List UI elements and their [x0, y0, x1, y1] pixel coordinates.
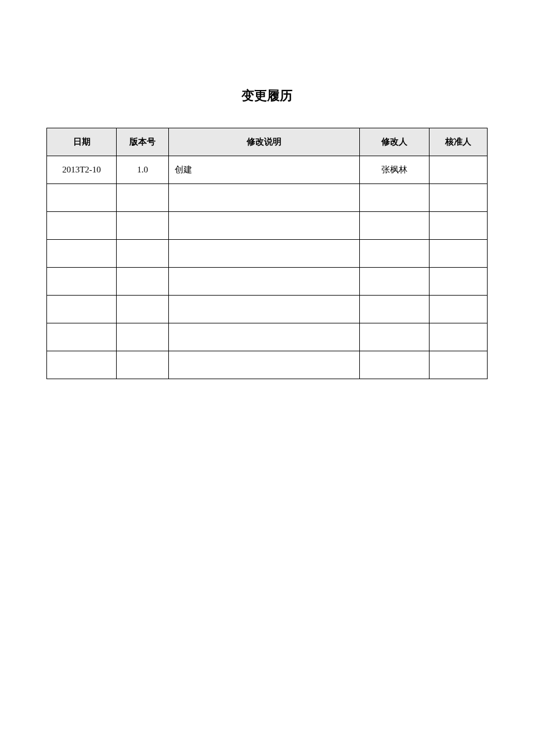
cell-approver — [430, 268, 488, 296]
header-date: 日期 — [47, 128, 117, 156]
cell-date — [47, 323, 117, 351]
cell-approver — [430, 351, 488, 379]
cell-modifier — [360, 240, 430, 268]
header-version: 版本号 — [117, 128, 169, 156]
header-modifier: 修改人 — [360, 128, 430, 156]
page-title: 变更履历 — [46, 87, 488, 105]
cell-date — [47, 296, 117, 323]
cell-date: 2013T2-10 — [47, 156, 117, 184]
cell-modifier — [360, 351, 430, 379]
cell-approver — [430, 212, 488, 240]
cell-date — [47, 212, 117, 240]
cell-version — [117, 296, 169, 323]
cell-description — [169, 212, 360, 240]
table-row — [47, 323, 488, 351]
cell-description — [169, 268, 360, 296]
cell-description — [169, 351, 360, 379]
cell-description — [169, 296, 360, 323]
cell-approver — [430, 296, 488, 323]
cell-version — [117, 184, 169, 212]
change-history-table: 日期 版本号 修改说明 修改人 核准人 2013T2-10 1.0 创建 张枫林 — [46, 128, 488, 379]
cell-date — [47, 240, 117, 268]
table-row — [47, 240, 488, 268]
table-row — [47, 268, 488, 296]
cell-version — [117, 212, 169, 240]
cell-description: 创建 — [169, 156, 360, 184]
cell-version — [117, 240, 169, 268]
cell-approver — [430, 184, 488, 212]
cell-date — [47, 268, 117, 296]
cell-approver — [430, 240, 488, 268]
header-description: 修改说明 — [169, 128, 360, 156]
header-approver: 核准人 — [430, 128, 488, 156]
table-row — [47, 184, 488, 212]
table-row: 2013T2-10 1.0 创建 张枫林 — [47, 156, 488, 184]
cell-version: 1.0 — [117, 156, 169, 184]
cell-modifier — [360, 212, 430, 240]
cell-version — [117, 351, 169, 379]
table-row — [47, 212, 488, 240]
table-header-row: 日期 版本号 修改说明 修改人 核准人 — [47, 128, 488, 156]
cell-description — [169, 184, 360, 212]
cell-modifier — [360, 323, 430, 351]
cell-approver — [430, 323, 488, 351]
cell-modifier — [360, 296, 430, 323]
cell-modifier — [360, 268, 430, 296]
cell-date — [47, 184, 117, 212]
cell-date — [47, 351, 117, 379]
cell-approver — [430, 156, 488, 184]
cell-version — [117, 323, 169, 351]
cell-description — [169, 240, 360, 268]
cell-modifier — [360, 184, 430, 212]
cell-description — [169, 323, 360, 351]
table-row — [47, 351, 488, 379]
cell-modifier: 张枫林 — [360, 156, 430, 184]
cell-version — [117, 268, 169, 296]
table-row — [47, 296, 488, 323]
